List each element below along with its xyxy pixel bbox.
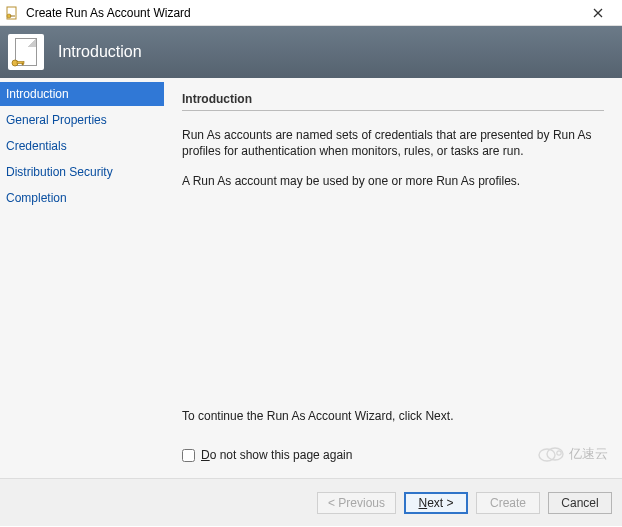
wizard-footer: < Previous Next > Create Cancel (0, 478, 622, 526)
wizard-banner-icon (8, 34, 44, 70)
wizard-main: Introduction General Properties Credenti… (0, 78, 622, 478)
nav-item-completion[interactable]: Completion (0, 186, 164, 210)
do-not-show-again-checkbox[interactable] (182, 449, 195, 462)
nav-item-general-properties[interactable]: General Properties (0, 108, 164, 132)
do-not-show-again-row[interactable]: Do not show this page again (182, 448, 604, 462)
create-button: Create (476, 492, 540, 514)
window-title: Create Run As Account Wizard (26, 6, 578, 20)
nav-item-credentials[interactable]: Credentials (0, 134, 164, 158)
content-continue-hint: To continue the Run As Account Wizard, c… (182, 408, 604, 424)
wizard-app-icon (4, 5, 20, 21)
previous-button: < Previous (317, 492, 396, 514)
next-button-label: Next > (418, 496, 453, 510)
next-button[interactable]: Next > (404, 492, 468, 514)
nav-item-distribution-security[interactable]: Distribution Security (0, 160, 164, 184)
wizard-banner-title: Introduction (58, 43, 142, 61)
wizard-banner: Introduction (0, 26, 622, 78)
titlebar: Create Run As Account Wizard (0, 0, 622, 26)
content-heading: Introduction (182, 92, 604, 111)
nav-item-introduction[interactable]: Introduction (0, 82, 164, 106)
content-para-1: Run As accounts are named sets of creden… (182, 127, 604, 159)
wizard-sidebar: Introduction General Properties Credenti… (0, 78, 164, 478)
cancel-button[interactable]: Cancel (548, 492, 612, 514)
content-para-2: A Run As account may be used by one or m… (182, 173, 604, 189)
wizard-content: Introduction Run As accounts are named s… (164, 78, 622, 478)
svg-rect-7 (22, 63, 24, 65)
do-not-show-again-label: Do not show this page again (201, 448, 352, 462)
window-close-button[interactable] (578, 1, 618, 25)
svg-rect-2 (10, 15, 15, 16)
